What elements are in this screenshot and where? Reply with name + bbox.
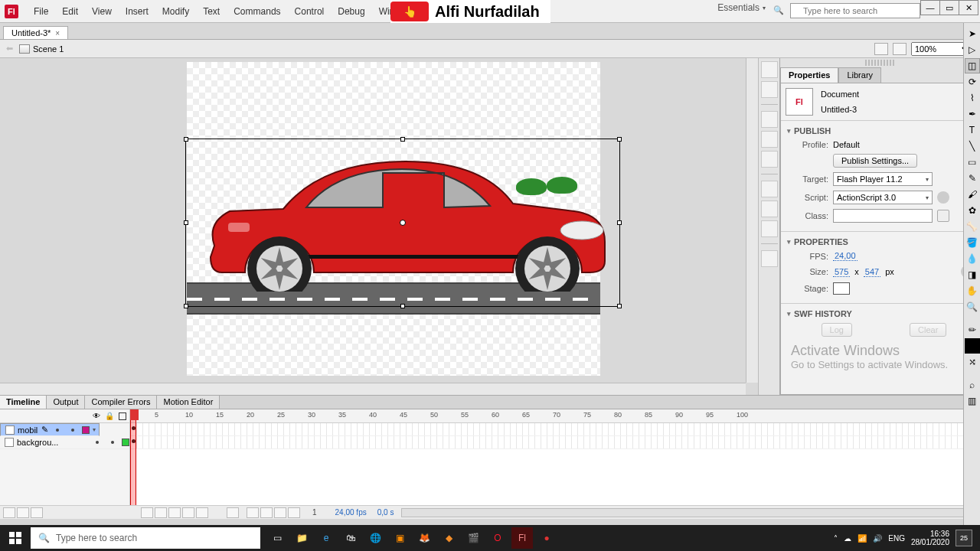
- swatches-panel-icon[interactable]: [761, 81, 778, 98]
- menu-control[interactable]: Control: [289, 3, 331, 20]
- eyedropper-tool[interactable]: 💧: [965, 251, 980, 266]
- chrome-icon[interactable]: 🌐: [364, 527, 386, 549]
- script-select[interactable]: ActionScript 3.0: [833, 191, 933, 204]
- components-panel-icon[interactable]: [761, 201, 778, 217]
- close-tab-icon[interactable]: ×: [55, 29, 60, 37]
- language-indicator[interactable]: ENG: [888, 534, 905, 543]
- publish-section[interactable]: PUBLISH: [787, 124, 973, 138]
- frame-row[interactable]: [130, 423, 980, 436]
- maximize-button[interactable]: ▭: [939, 0, 959, 15]
- horizontal-scrollbar[interactable]: [0, 383, 746, 395]
- properties-tab[interactable]: Properties: [780, 67, 838, 83]
- video-editor-icon[interactable]: 🎬: [462, 527, 484, 549]
- start-button[interactable]: [0, 532, 31, 544]
- blender-icon[interactable]: ◆: [438, 527, 459, 549]
- info-panel-icon[interactable]: [761, 131, 778, 148]
- firefox-icon[interactable]: 🦊: [413, 527, 435, 549]
- flash-app-icon[interactable]: Fl: [511, 527, 533, 549]
- swf-history-section[interactable]: SWF HISTORY: [787, 307, 973, 321]
- text-tool[interactable]: T: [965, 122, 980, 138]
- outline-icon[interactable]: [119, 412, 126, 420]
- edit-symbol-icon[interactable]: [893, 43, 906, 55]
- align-panel-icon[interactable]: [761, 111, 778, 128]
- fps-display[interactable]: 24,00 fps: [335, 508, 367, 517]
- loop-button[interactable]: [227, 507, 239, 518]
- menu-debug[interactable]: Debug: [332, 3, 371, 20]
- menu-modify[interactable]: Modify: [156, 3, 195, 20]
- modify-markers-button[interactable]: [288, 507, 300, 518]
- scene-name[interactable]: Scene 1: [33, 44, 64, 54]
- play-button[interactable]: [168, 507, 181, 518]
- vertical-scrollbar[interactable]: [746, 58, 758, 383]
- frames-area[interactable]: 1510152025303540455055606570758085909510…: [130, 409, 980, 519]
- swap-colors[interactable]: ⤭: [965, 354, 980, 370]
- properties-section[interactable]: PROPERTIES: [787, 235, 973, 249]
- task-view-icon[interactable]: ▭: [266, 527, 288, 549]
- new-layer-button[interactable]: [3, 507, 15, 518]
- goto-first-button[interactable]: [141, 507, 153, 518]
- option-b[interactable]: ▥: [965, 393, 980, 409]
- clear-button[interactable]: Clear: [910, 323, 946, 337]
- snap-option[interactable]: ⌕: [965, 377, 980, 393]
- menu-view[interactable]: View: [86, 3, 118, 20]
- goto-last-button[interactable]: [196, 507, 208, 518]
- free-transform-tool[interactable]: ◫: [965, 58, 980, 73]
- zoom-tool[interactable]: 🔍: [965, 299, 980, 315]
- back-icon[interactable]: ⬅: [6, 44, 13, 54]
- code-snippets-icon[interactable]: [761, 181, 778, 197]
- lasso-tool[interactable]: ⌇: [965, 90, 980, 106]
- step-forward-button[interactable]: [182, 507, 194, 518]
- notification-center[interactable]: 25: [956, 530, 972, 546]
- selection-bbox[interactable]: [185, 139, 620, 307]
- volume-icon[interactable]: 🔊: [873, 534, 882, 543]
- target-select[interactable]: Flash Player 11.2: [833, 172, 933, 186]
- menu-edit[interactable]: Edit: [56, 3, 84, 20]
- bone-tool[interactable]: 🦴: [965, 219, 980, 234]
- wifi-icon[interactable]: 📶: [858, 534, 867, 543]
- step-back-button[interactable]: [155, 507, 167, 518]
- output-tab[interactable]: Output: [47, 396, 85, 409]
- motion-presets-icon[interactable]: [761, 220, 778, 237]
- stroke-color[interactable]: ✏: [965, 322, 980, 337]
- deco-tool[interactable]: ✿: [965, 203, 980, 218]
- transform-panel-icon[interactable]: [761, 151, 778, 168]
- timeline-tab[interactable]: Timeline: [0, 396, 47, 409]
- lock-icon[interactable]: 🔒: [105, 412, 114, 420]
- edge-icon[interactable]: e: [315, 527, 337, 549]
- opera-icon[interactable]: O: [487, 527, 508, 549]
- edit-class-icon[interactable]: [937, 210, 949, 222]
- menu-text[interactable]: Text: [197, 3, 226, 20]
- pen-tool[interactable]: ✒: [965, 106, 980, 122]
- line-tool[interactable]: ╲: [965, 139, 980, 154]
- color-panel-icon[interactable]: [761, 61, 778, 78]
- canvas[interactable]: [187, 62, 600, 376]
- class-input[interactable]: [833, 209, 933, 223]
- xampp-icon[interactable]: ▣: [389, 527, 410, 549]
- layer-background[interactable]: backgrou...: [0, 436, 129, 449]
- menu-file[interactable]: File: [28, 3, 54, 20]
- hand-tool[interactable]: ✋: [965, 283, 980, 298]
- panel-grip[interactable]: [865, 60, 896, 66]
- recorder-icon[interactable]: ●: [536, 527, 557, 549]
- onion-skin-button[interactable]: [247, 507, 259, 518]
- width-value[interactable]: 575: [833, 267, 850, 277]
- close-button[interactable]: ✕: [959, 0, 978, 15]
- fps-value[interactable]: 24,00: [833, 251, 858, 261]
- file-explorer-icon[interactable]: 📁: [291, 527, 312, 549]
- menu-insert[interactable]: Insert: [119, 3, 155, 20]
- height-value[interactable]: 547: [864, 267, 880, 277]
- layer-mobil[interactable]: mobil ✎: [0, 423, 100, 436]
- menu-commands[interactable]: Commands: [227, 3, 286, 20]
- layer-color-swatch[interactable]: [82, 426, 90, 434]
- script-settings-icon[interactable]: [937, 191, 949, 204]
- rectangle-tool[interactable]: ▭: [965, 155, 980, 170]
- taskbar-search[interactable]: 🔍 Type here to search: [31, 527, 260, 549]
- onion-outline-button[interactable]: [260, 507, 273, 518]
- workspace-switcher[interactable]: Essentials▾: [717, 2, 766, 13]
- fill-color[interactable]: [965, 338, 980, 354]
- minimize-button[interactable]: —: [920, 0, 940, 15]
- tray-chevron-icon[interactable]: ˄: [834, 534, 838, 543]
- brush-tool[interactable]: 🖌: [965, 187, 980, 202]
- frame-scrollbar[interactable]: [401, 508, 980, 517]
- motion-editor-tab[interactable]: Motion Editor: [157, 396, 220, 409]
